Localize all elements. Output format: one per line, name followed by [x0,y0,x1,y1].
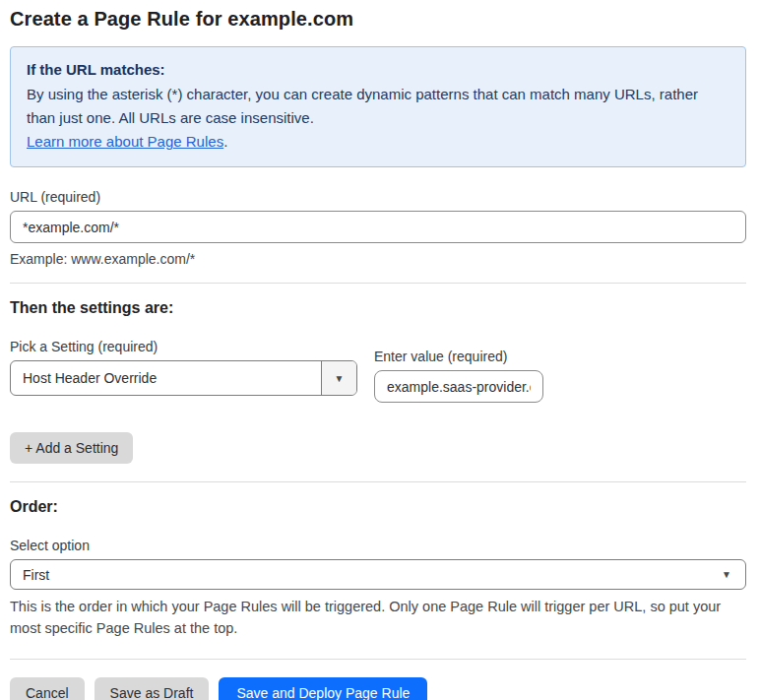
setting-value-input[interactable] [374,370,543,403]
url-match-info-box: If the URL matches: By using the asteris… [10,46,746,167]
info-box-heading: If the URL matches: [27,58,729,82]
order-help-text: This is the order in which your Page Rul… [10,596,746,639]
order-select-label: Select option [10,538,746,553]
chevron-down-icon: ▼ [335,373,345,384]
order-section-heading: Order: [10,498,746,516]
save-deploy-button[interactable]: Save and Deploy Page Rule [219,677,427,700]
pick-setting-label: Pick a Setting (required) [10,339,357,354]
divider [10,481,746,482]
settings-row: Pick a Setting (required) Host Header Ov… [10,339,746,403]
settings-section-heading: Then the settings are: [10,299,746,317]
order-select-value: First [23,567,49,583]
divider [10,283,746,284]
page-title: Create a Page Rule for example.com [10,8,746,31]
info-box-link-line: Learn more about Page Rules. [27,130,729,154]
learn-more-link[interactable]: Learn more about Page Rules [27,133,223,150]
page-rule-form: Create a Page Rule for example.com If th… [0,0,760,700]
enter-value-column: Enter value (required) [374,349,543,403]
url-input[interactable] [10,211,746,243]
setting-dropdown[interactable]: Host Header Override ▼ [10,360,357,396]
enter-value-label: Enter value (required) [374,349,543,364]
link-period: . [223,133,227,150]
pick-setting-column: Pick a Setting (required) Host Header Ov… [10,339,357,396]
url-field-label: URL (required) [10,189,746,205]
add-setting-button[interactable]: + Add a Setting [10,432,133,464]
info-box-body: By using the asterisk (*) character, you… [27,83,729,130]
order-select[interactable]: First ▼ [10,559,746,590]
url-example-text: Example: www.example.com/* [10,251,746,267]
setting-dropdown-value: Host Header Override [11,361,321,395]
save-draft-button[interactable]: Save as Draft [95,677,210,700]
divider [10,659,746,660]
cancel-button[interactable]: Cancel [10,677,85,700]
form-actions: Cancel Save as Draft Save and Deploy Pag… [10,677,746,700]
chevron-down-icon: ▼ [722,569,731,580]
setting-dropdown-arrow-button[interactable]: ▼ [321,361,356,395]
